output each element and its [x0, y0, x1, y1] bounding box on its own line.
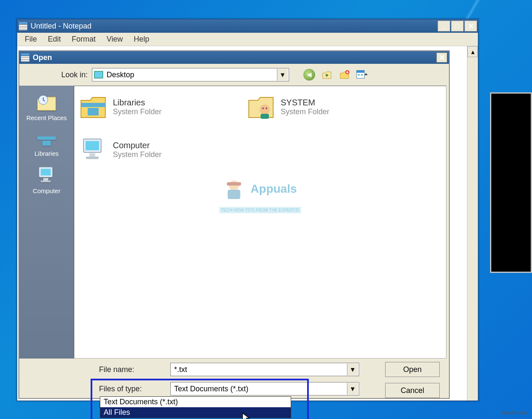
system-folder-icon — [246, 94, 276, 120]
notepad-title: Untitled - Notepad — [31, 22, 91, 31]
item-libraries[interactable]: Libraries System Folder — [78, 94, 213, 120]
view-menu-icon[interactable] — [356, 69, 368, 81]
minimize-button[interactable]: _ — [438, 21, 450, 31]
menu-help[interactable]: Help — [130, 34, 154, 45]
look-in-label: Look in: — [61, 71, 88, 79]
look-in-value: Desktop — [107, 71, 134, 79]
svg-rect-10 — [41, 169, 51, 175]
open-dialog-bottom: File name: *.txt ▾ Files of type: Text D… — [19, 359, 449, 419]
place-recent[interactable]: Recent Places — [26, 93, 67, 121]
watermark-brand: Appuals — [250, 182, 297, 195]
menu-format[interactable]: Format — [68, 34, 100, 45]
open-button[interactable]: Open — [385, 362, 440, 377]
item-libraries-name: Libraries — [113, 97, 162, 107]
place-computer[interactable]: Computer — [33, 165, 60, 194]
svg-rect-22 — [86, 157, 99, 159]
up-folder-icon[interactable] — [321, 69, 333, 81]
watermark-tagline: TECH HOW-TO'S FROM THE EXPERTS! — [219, 207, 301, 213]
cancel-button[interactable]: Cancel — [385, 383, 440, 398]
item-system-name: SYSTEM — [281, 97, 329, 107]
svg-rect-21 — [89, 153, 95, 157]
chevron-down-icon[interactable]: ▾ — [277, 69, 288, 81]
back-icon[interactable]: ◄ — [303, 69, 315, 81]
svg-rect-20 — [86, 141, 99, 150]
svg-point-17 — [262, 107, 264, 109]
svg-rect-7 — [37, 136, 56, 140]
svg-rect-13 — [81, 103, 105, 107]
scrollbar-vertical[interactable]: ▴ — [467, 46, 478, 401]
svg-rect-24 — [228, 190, 240, 199]
filename-label: File name: — [99, 365, 170, 374]
place-computer-label: Computer — [33, 187, 60, 194]
filetype-value: Text Documents (*.txt) — [174, 385, 248, 393]
item-computer-name: Computer — [113, 140, 162, 150]
appuals-watermark: Appuals TECH HOW-TO'S FROM THE EXPERTS! — [219, 176, 301, 213]
place-recent-label: Recent Places — [26, 114, 67, 121]
new-folder-icon[interactable]: ★ — [339, 69, 350, 81]
cursor-icon — [242, 412, 250, 419]
background-window — [490, 92, 532, 273]
scroll-up-icon[interactable]: ▴ — [467, 46, 478, 57]
svg-text:★: ★ — [346, 70, 349, 74]
place-libraries-label: Libraries — [34, 150, 59, 157]
computer-icon — [78, 136, 108, 162]
open-dialog-title: Open — [33, 53, 52, 62]
open-dialog-close-button[interactable]: ✕ — [436, 52, 447, 63]
notepad-window: Untitled - Notepad _ □ ✕ File Edit Forma… — [17, 19, 478, 401]
desktop-icon — [94, 71, 103, 79]
place-libraries[interactable]: Libraries — [34, 129, 59, 157]
places-bar: Recent Places Libraries Computer — [19, 86, 74, 359]
close-button[interactable]: ✕ — [464, 21, 477, 31]
svg-rect-3 — [357, 71, 365, 73]
svg-rect-16 — [261, 114, 269, 119]
maximize-button[interactable]: □ — [451, 21, 464, 31]
svg-rect-12 — [41, 181, 51, 182]
chevron-down-icon[interactable]: ▾ — [347, 383, 358, 395]
filetype-dropdown-list[interactable]: Text Documents (*.txt) All Files — [100, 396, 291, 418]
look-in-dropdown[interactable]: Desktop ▾ — [92, 68, 289, 81]
menu-edit[interactable]: Edit — [44, 34, 65, 45]
libraries-folder-icon — [78, 94, 108, 120]
chevron-down-icon[interactable]: ▾ — [347, 364, 358, 375]
filename-value: *.txt — [174, 365, 187, 374]
file-list-pane[interactable]: Libraries System Folder SYSTEM System Fo… — [74, 86, 446, 359]
notepad-icon — [19, 22, 27, 30]
svg-rect-5 — [361, 74, 363, 76]
menu-bar: File Edit Format View Help — [17, 33, 478, 46]
item-system-type: System Folder — [281, 107, 329, 116]
site-watermark: wsxdn.com — [502, 410, 527, 416]
open-dialog-toolbar: Look in: Desktop ▾ ◄ ★ — [19, 64, 449, 86]
filetype-label: Files of type: — [99, 385, 170, 393]
filename-combo[interactable]: *.txt ▾ — [170, 363, 359, 376]
filetype-combo[interactable]: Text Documents (*.txt) ▾ — [170, 382, 359, 395]
item-system[interactable]: SYSTEM System Folder — [246, 94, 381, 120]
menu-file[interactable]: File — [21, 34, 41, 45]
item-libraries-type: System Folder — [113, 107, 162, 116]
open-dialog-icon — [21, 53, 29, 62]
filetype-option-txt[interactable]: Text Documents (*.txt) — [100, 397, 291, 407]
filetype-option-allfiles[interactable]: All Files — [100, 407, 291, 418]
open-dialog: Open ✕ Look in: Desktop ▾ ◄ ★ — [18, 50, 450, 399]
menu-view[interactable]: View — [102, 34, 127, 45]
svg-rect-8 — [42, 141, 51, 146]
svg-point-18 — [266, 107, 267, 109]
svg-rect-11 — [43, 178, 48, 181]
item-computer[interactable]: Computer System Folder — [78, 136, 213, 162]
svg-rect-14 — [88, 108, 99, 115]
svg-rect-4 — [358, 74, 360, 76]
svg-rect-25 — [227, 182, 241, 186]
notepad-client: ▴ Open ✕ Look in: Desktop ▾ ◄ — [17, 46, 478, 401]
svg-point-15 — [260, 105, 270, 115]
item-computer-type: System Folder — [113, 150, 162, 159]
notepad-titlebar[interactable]: Untitled - Notepad _ □ ✕ — [17, 19, 478, 33]
open-dialog-titlebar[interactable]: Open ✕ — [19, 51, 449, 64]
